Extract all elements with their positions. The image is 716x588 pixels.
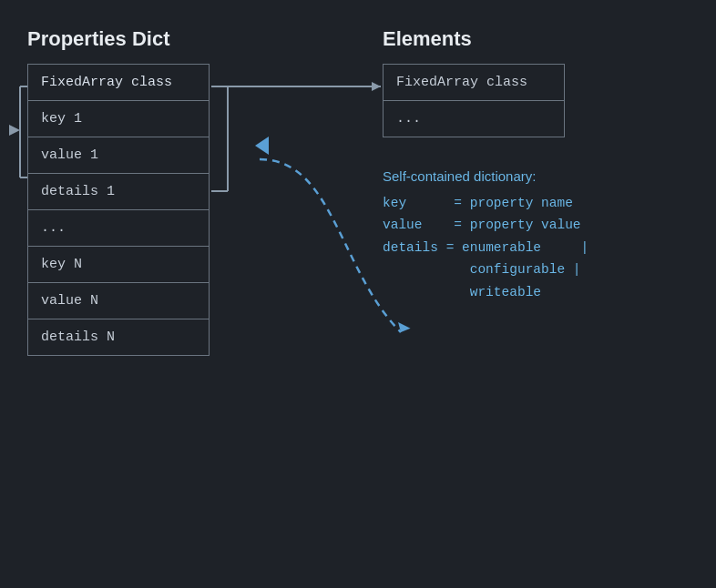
dict-row-valuen: value N [28, 283, 209, 319]
dict-row-value1: value 1 [28, 137, 209, 174]
annotation-line-key: key = property name [383, 192, 692, 215]
svg-marker-9 [394, 321, 410, 335]
annotation-intro: Self-contained dictionary: [383, 165, 692, 188]
elements-title: Elements [383, 27, 692, 51]
dict-row-key1: key 1 [28, 101, 209, 137]
annotation-line-value: value = property value [383, 214, 692, 237]
annotation-line-details: details = enumerable | [383, 237, 692, 259]
dict-row-keyn: key N [28, 247, 209, 283]
svg-marker-3 [9, 125, 20, 136]
annotation-block: Self-contained dictionary: key = propert… [383, 165, 692, 304]
dict-row-details1: details 1 [28, 174, 209, 210]
elements-row-fixedarray: FixedArray class [384, 65, 564, 101]
dict-row-ellipsis: ... [28, 210, 209, 247]
svg-marker-8 [372, 82, 381, 91]
diagram-container: Properties Dict FixedArray class key 1 v… [0, 0, 716, 588]
elements-table: FixedArray class ... [383, 64, 565, 137]
annotation-line-writeable: writeable [383, 281, 692, 304]
elements-row-ellipsis: ... [384, 101, 564, 137]
elements-section: Elements FixedArray class ... Self-conta… [383, 27, 692, 304]
annotation-line-configurable: configurable | [383, 259, 692, 281]
properties-dict-section: Properties Dict FixedArray class key 1 v… [27, 27, 210, 356]
properties-dict-table: FixedArray class key 1 value 1 details 1… [27, 64, 210, 356]
dict-row-detailsn: details N [28, 319, 209, 355]
svg-marker-10 [255, 137, 269, 155]
properties-dict-title: Properties Dict [27, 27, 210, 51]
dict-row-fixedarray: FixedArray class [28, 65, 209, 101]
